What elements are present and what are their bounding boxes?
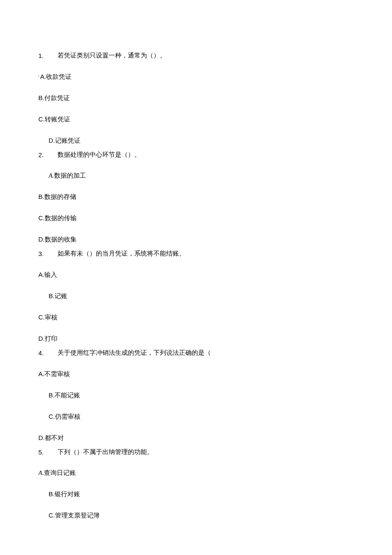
question-text: 如果有未（）的当月凭证，系统将不能结账。 xyxy=(58,249,354,258)
answer-option: D.记账凭证 xyxy=(49,136,354,145)
answer-option: B.付款凭证 xyxy=(38,93,354,103)
answer-option: B.不能记账 xyxy=(49,391,354,400)
answer-option: A.查询日记账 xyxy=(38,469,354,477)
option-text: 输入 xyxy=(44,271,57,278)
question-number: 5. xyxy=(38,448,58,457)
answer-option: D.打印 xyxy=(38,334,354,343)
question-stem: 3.如果有未（）的当月凭证，系统将不能结账。 xyxy=(38,249,354,258)
option-label: A. xyxy=(38,370,44,377)
document-body: 1.若凭证类别只设置一种，通常为（）。'A.收款凭证B.付款凭证C.转账凭证D.… xyxy=(38,51,354,520)
option-label: C. xyxy=(38,214,45,221)
answer-option: A.不需审核 xyxy=(38,369,354,379)
option-text: 数据的存储 xyxy=(44,193,76,200)
option-text: 数据的加工 xyxy=(54,172,86,179)
answer-option: 'A.收款凭证 xyxy=(38,72,354,81)
answer-option: C.转账凭证 xyxy=(38,115,354,124)
option-text: 查询日记账 xyxy=(44,469,76,476)
option-label: B. xyxy=(38,193,44,200)
answer-option: D.数据的收集 xyxy=(38,235,354,244)
option-label: D. xyxy=(38,236,45,243)
option-text: 仍需审核 xyxy=(55,413,81,420)
option-label: B. xyxy=(38,94,44,101)
option-label: D. xyxy=(38,434,45,441)
option-text: 都不对 xyxy=(45,434,64,441)
option-label: B. xyxy=(49,490,55,497)
option-prefix-mark: ' xyxy=(38,74,39,80)
answer-option: C.管理支票登记簿 xyxy=(49,511,354,520)
answer-option: B.记账 xyxy=(49,291,354,301)
option-label: C. xyxy=(38,115,45,123)
option-label: A. xyxy=(40,73,46,80)
option-text: 付款凭证 xyxy=(44,95,70,101)
option-label: A. xyxy=(49,172,54,179)
option-text: 数据的收集 xyxy=(45,236,77,243)
option-label: A. xyxy=(38,271,44,278)
answer-option: B.数据的存储 xyxy=(38,192,354,201)
question-stem: 1.若凭证类别只设置一种，通常为（）。 xyxy=(38,51,354,60)
question-text: 数据处理的中心环节是（）。 xyxy=(58,150,354,159)
option-text: 记账 xyxy=(55,293,67,299)
question-text: 关于使用红字冲销法生成的凭证，下列说法正确的是（ xyxy=(58,348,354,357)
option-text: 不能记账 xyxy=(55,392,80,399)
option-label: D. xyxy=(49,137,55,144)
answer-option: B.银行对账 xyxy=(49,489,354,499)
answer-option: C.审核 xyxy=(38,313,354,322)
answer-option: C.仍需审核 xyxy=(49,412,354,421)
option-label: B. xyxy=(49,292,55,299)
answer-option: C.数据的传输 xyxy=(38,213,354,223)
option-label: C. xyxy=(49,512,55,519)
question-stem: 2.数据处理的中心环节是（）。 xyxy=(38,150,354,159)
option-label: C. xyxy=(49,413,55,420)
option-text: 打印 xyxy=(45,335,58,342)
question-number: 1. xyxy=(38,51,58,60)
option-text: 转账凭证 xyxy=(45,116,70,123)
question-number: 2. xyxy=(38,150,58,159)
option-text: 管理支票登记簿 xyxy=(55,512,100,519)
option-text: 记账凭证 xyxy=(55,137,81,144)
option-label: D. xyxy=(38,335,45,342)
answer-option: D.都不对 xyxy=(38,433,354,443)
question-number: 3. xyxy=(38,249,58,258)
option-text: 数据的传输 xyxy=(45,215,77,221)
option-text: 银行对账 xyxy=(55,491,80,497)
option-label: B. xyxy=(49,391,55,399)
option-label: C. xyxy=(38,313,45,321)
answer-option: A.数据的加工 xyxy=(49,171,354,180)
option-text: 审核 xyxy=(45,314,58,321)
question-text: 若凭证类别只设置一种，通常为（）。 xyxy=(58,51,354,60)
question-text: 下列（）不属于出纳管理的功能。 xyxy=(58,448,354,457)
question-number: 4. xyxy=(38,348,58,357)
question-stem: 4.关于使用红字冲销法生成的凭证，下列说法正确的是（ xyxy=(38,348,354,357)
answer-option: A.输入 xyxy=(38,270,354,279)
option-text: 收款凭证 xyxy=(46,73,72,80)
option-text: 不需审核 xyxy=(44,371,70,377)
option-label: A. xyxy=(38,469,44,476)
question-stem: 5.下列（）不属于出纳管理的功能。 xyxy=(38,448,354,457)
